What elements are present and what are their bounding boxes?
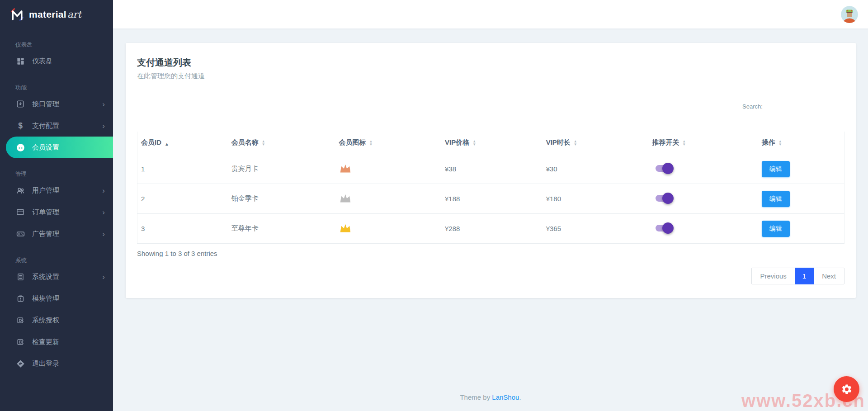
recommend-switch-cell	[648, 214, 758, 244]
gear-icon	[841, 383, 853, 395]
footer-text: Theme by	[460, 393, 492, 401]
order-card-icon	[15, 207, 25, 217]
users-icon	[15, 185, 25, 195]
settings-fab-button[interactable]	[834, 376, 859, 402]
main-content: 支付通道列表 在此管理您的支付通道 Search: 会员ID 会员名称 会员图标…	[113, 29, 868, 411]
member-icon-cell	[335, 184, 441, 214]
edit-button[interactable]: 编辑	[762, 191, 790, 207]
dollar-icon: $	[15, 121, 25, 131]
action-cell: 编辑	[758, 214, 844, 244]
sidebar-item-label: 模块管理	[32, 294, 59, 303]
member-icon-cell	[335, 214, 441, 244]
sidebar-section-system: 系统	[15, 257, 113, 265]
chevron-right-icon	[102, 122, 105, 130]
brand-logo[interactable]: material art	[0, 0, 113, 29]
sort-both-icon[interactable]	[262, 140, 265, 146]
sidebar-item-api-management[interactable]: 接口管理	[0, 93, 113, 115]
sidebar-item-label: 会员设置	[32, 143, 59, 152]
vip-duration-cell: ¥180	[542, 184, 649, 214]
pagination-page-1-button[interactable]: 1	[795, 268, 814, 284]
column-header-recommend-switch[interactable]: 推荐开关	[648, 132, 758, 154]
chevron-right-icon	[102, 273, 105, 281]
member-id-cell: 1	[137, 154, 228, 184]
recommend-toggle-on[interactable]	[656, 195, 672, 202]
member-name-cell: 铂金季卡	[228, 184, 335, 214]
recommend-toggle-on[interactable]	[656, 225, 672, 231]
vip-duration-cell: ¥30	[542, 154, 649, 184]
api-download-icon	[15, 99, 25, 109]
column-header-member-icon[interactable]: 会员图标	[335, 132, 441, 154]
column-header-member-name[interactable]: 会员名称	[228, 132, 335, 154]
page-title: 支付通道列表	[137, 57, 844, 69]
sidebar-section-management: 管理	[15, 170, 113, 178]
recommend-switch-cell	[648, 154, 758, 184]
member-name-cell: 贵宾月卡	[228, 154, 335, 184]
member-icon-cell	[335, 154, 441, 184]
crown-icon	[339, 162, 352, 174]
payment-channel-card: 支付通道列表 在此管理您的支付通道 Search: 会员ID 会员名称 会员图标…	[126, 43, 856, 298]
action-cell: 编辑	[758, 154, 844, 184]
table-row: 1 贵宾月卡 ¥38 ¥30 编辑	[137, 154, 844, 184]
sidebar-item-system-settings[interactable]: 系统设置	[0, 266, 113, 288]
sidebar-item-check-update[interactable]: 检查更新	[0, 331, 113, 353]
module-alert-icon	[15, 293, 25, 303]
sidebar-item-label: 系统授权	[32, 316, 59, 325]
vip-price-cell: ¥288	[441, 214, 542, 244]
page-subtitle: 在此管理您的支付通道	[137, 72, 844, 80]
sidebar-section-dashboard: 仪表盘	[15, 41, 113, 49]
column-header-vip-price[interactable]: VIP价格	[441, 132, 542, 154]
sidebar-item-label: 订单管理	[32, 208, 59, 217]
sidebar-item-label: 退出登录	[32, 359, 59, 368]
chip-icon	[15, 315, 25, 325]
edit-button[interactable]: 编辑	[762, 161, 790, 177]
chevron-right-icon	[102, 100, 105, 108]
sidebar-item-member-settings[interactable]: 会员设置	[6, 137, 113, 158]
user-avatar[interactable]	[841, 6, 858, 23]
column-header-vip-duration[interactable]: VIP时长	[542, 132, 649, 154]
pagination-next-button[interactable]: Next	[813, 268, 844, 284]
column-header-member-id[interactable]: 会员ID	[137, 132, 228, 154]
ads-gamepad-icon	[15, 229, 25, 239]
sidebar-item-system-license[interactable]: 系统授权	[0, 309, 113, 331]
crown-icon	[339, 192, 352, 204]
sidebar-item-order-management[interactable]: 订单管理	[0, 201, 113, 223]
sidebar-item-label: 用户管理	[32, 186, 59, 195]
column-header-actions[interactable]: 操作	[758, 132, 844, 154]
action-cell: 编辑	[758, 184, 844, 214]
brand-name-suffix: art	[67, 9, 81, 20]
edit-button[interactable]: 编辑	[762, 221, 790, 237]
sort-ascending-icon[interactable]	[165, 139, 169, 147]
sidebar-item-module-management[interactable]: 模块管理	[0, 288, 113, 309]
sidebar-item-ads-management[interactable]: 广告管理	[0, 223, 113, 245]
sort-both-icon[interactable]	[574, 140, 577, 146]
sidebar-item-payment-config[interactable]: $ 支付配置	[0, 115, 113, 137]
system-list-icon	[15, 272, 25, 282]
search-input[interactable]	[742, 112, 844, 125]
sort-both-icon[interactable]	[472, 140, 476, 146]
footer-suffix: .	[519, 393, 521, 401]
chevron-right-icon	[102, 208, 105, 216]
sidebar-item-user-management[interactable]: 用户管理	[0, 180, 113, 201]
recommend-switch-cell	[648, 184, 758, 214]
pagination: Previous 1 Next	[137, 268, 844, 284]
recommend-toggle-on[interactable]	[656, 165, 672, 172]
table-row: 3 至尊年卡 ¥288 ¥365 编辑	[137, 214, 844, 244]
sidebar-item-dashboard[interactable]: 仪表盘	[0, 50, 113, 72]
sidebar-item-logout[interactable]: 退出登录	[0, 353, 113, 374]
member-name-cell: 至尊年卡	[228, 214, 335, 244]
sidebar-item-label: 接口管理	[32, 100, 59, 109]
sidebar-item-label: 支付配置	[32, 122, 59, 130]
brand-m-icon	[10, 8, 24, 21]
sort-both-icon[interactable]	[778, 140, 782, 146]
sort-both-icon[interactable]	[682, 140, 686, 146]
table-search-area: Search:	[137, 103, 844, 125]
member-face-icon	[15, 142, 25, 152]
vip-price-cell: ¥188	[441, 184, 542, 214]
sidebar-item-label: 广告管理	[32, 230, 59, 238]
member-id-cell: 3	[137, 214, 228, 244]
sidebar-item-label: 系统设置	[32, 273, 59, 281]
sort-both-icon[interactable]	[369, 140, 373, 146]
svg-text:$: $	[18, 121, 23, 130]
pagination-previous-button[interactable]: Previous	[751, 268, 795, 284]
footer-theme-link[interactable]: LanShou	[492, 393, 519, 401]
